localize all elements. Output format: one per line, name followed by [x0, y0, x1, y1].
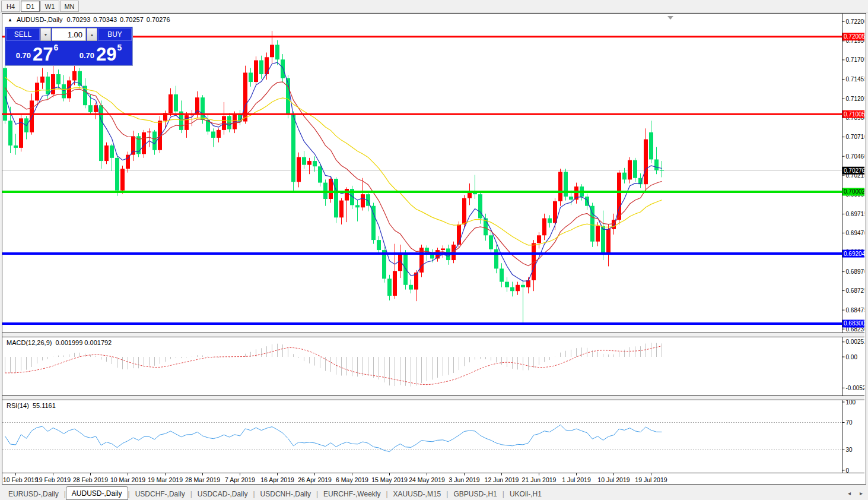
candle-body — [152, 132, 157, 150]
candle-body — [329, 179, 333, 199]
timeframe-button-mn[interactable]: MN — [60, 1, 79, 12]
svg-text:0.72005: 0.72005 — [844, 33, 864, 40]
sell-price-point: 6 — [54, 43, 59, 52]
candle-body — [249, 72, 253, 82]
sell-button[interactable]: SELL — [6, 28, 40, 41]
candle-body — [281, 59, 285, 78]
candle-body — [398, 253, 402, 271]
candle-body — [142, 132, 146, 154]
candle-body — [115, 158, 119, 191]
open-value: 0.70293 — [67, 16, 91, 23]
sell-price-display[interactable]: 0.70 27 6 — [6, 42, 68, 65]
mt4-terminal: { "toolbar": { "timeframes": [ {"label":… — [0, 0, 868, 500]
candle-body — [334, 179, 338, 217]
svg-text:21 Jun 2019: 21 Jun 2019 — [522, 476, 557, 483]
candle-body — [265, 57, 269, 74]
tab-scroll-left-button[interactable]: ◂ — [848, 490, 851, 496]
svg-text:0.68725: 0.68725 — [846, 287, 865, 294]
candle-body — [40, 77, 44, 83]
chart-tab-usdcnh[interactable]: USDCNH-,Daily — [255, 488, 316, 499]
chart-tab-xauusd[interactable]: XAUUSD-,M15 — [388, 488, 447, 499]
pane-separator[interactable] — [2, 333, 864, 337]
chart-tab-eurusd[interactable]: EURUSD-,Daily — [3, 488, 64, 499]
svg-text:0.68475: 0.68475 — [846, 307, 865, 314]
candle-body — [489, 235, 493, 249]
rsi-pane — [2, 423, 842, 452]
svg-text:19 Mar 2019: 19 Mar 2019 — [148, 476, 183, 483]
svg-text:28 Feb 2019: 28 Feb 2019 — [73, 476, 108, 483]
volume-increase-button[interactable]: ▲ — [87, 28, 97, 41]
candle-body — [505, 282, 509, 287]
timeframe-button-h4[interactable]: H4 — [1, 1, 20, 12]
candle-body — [318, 166, 322, 182]
candle-body — [500, 268, 504, 281]
candle-body — [254, 61, 258, 83]
candle-body — [644, 140, 648, 185]
svg-text:0.71705: 0.71705 — [846, 56, 865, 63]
svg-text:0.002522: 0.002522 — [846, 338, 865, 345]
candle-body — [361, 194, 365, 207]
chart-tab-ukoil[interactable]: UKOil-,H1 — [504, 488, 547, 499]
main-pane — [2, 31, 842, 324]
low-value: 0.70257 — [120, 16, 144, 23]
candle-body — [88, 105, 93, 112]
timeframe-toolbar: H4D1W1MN — [0, 0, 868, 13]
pane-separator[interactable] — [2, 396, 864, 400]
chart-shift-marker-icon[interactable] — [667, 16, 673, 20]
chart-tab-usdchf[interactable]: USDCHF-,Daily — [130, 488, 190, 499]
close-value: 0.70276 — [147, 16, 170, 23]
candle-body — [409, 285, 413, 290]
svg-text:26 Apr 2019: 26 Apr 2019 — [298, 476, 332, 483]
price-axis[interactable]: 0.722000.719500.717050.714550.712050.709… — [842, 14, 865, 474]
macd-indicator-label: MACD(12,26,9) 0.001999 0.001792 — [7, 339, 112, 346]
timeframe-button-w1[interactable]: W1 — [40, 1, 59, 12]
moving-average-line-1 — [5, 82, 662, 266]
candle-body — [542, 219, 546, 236]
candle-body — [633, 160, 637, 178]
candle-body — [510, 287, 514, 292]
tab-scroll-right-button[interactable]: ▸ — [860, 490, 863, 496]
rsi-line — [5, 425, 662, 451]
candle-body — [345, 189, 349, 201]
date-axis[interactable]: 10 Feb 201919 Feb 201928 Feb 201910 Mar … — [3, 473, 667, 483]
candle-body — [649, 132, 653, 160]
candle-body — [291, 115, 295, 182]
chart-tabs-bar: ◂ ▸ EURUSD-,Daily|AUDUSD-,Daily|USDCHF-,… — [0, 485, 868, 500]
candles-layer — [3, 31, 664, 324]
svg-text:10 Feb 2019: 10 Feb 2019 — [3, 476, 38, 483]
svg-text:10 Mar 2019: 10 Mar 2019 — [110, 476, 145, 483]
buy-price-display[interactable]: 0.70 29 5 — [69, 42, 132, 65]
svg-text:0.00: 0.00 — [846, 354, 858, 360]
macd-signal-line — [5, 346, 662, 385]
chart-tab-audusd[interactable]: AUDUSD-,Daily — [66, 486, 128, 500]
candle-body — [355, 205, 360, 207]
moving-average-line-2 — [5, 77, 662, 245]
candle-body — [606, 229, 611, 252]
spinner-up-icon: ▲ — [90, 33, 94, 37]
one-click-trade-panel: SELL ▼ 1.00 ▲ BUY 0.70 27 6 0.70 29 5 — [5, 27, 133, 66]
candle-body — [201, 97, 205, 120]
svg-text:-0.005234: -0.005234 — [846, 385, 865, 391]
one-click-panel-toggle-icon[interactable]: ▲ — [8, 17, 12, 23]
candle-body — [147, 132, 151, 132]
candle-body — [217, 130, 221, 138]
buy-button[interactable]: BUY — [98, 28, 132, 41]
svg-text:0.72200: 0.72200 — [846, 18, 865, 25]
chart-tab-gbpusd[interactable]: GBPUSD-,H1 — [448, 488, 502, 499]
moving-average-line-0 — [5, 62, 662, 281]
chart-title: ▲ AUDUSD-,Daily 0.70293 0.70343 0.70257 … — [8, 16, 170, 23]
volume-decrease-button[interactable]: ▼ — [40, 28, 51, 41]
price-chart[interactable]: 0.722000.719500.717050.714550.712050.709… — [2, 14, 864, 484]
chart-tab-usdcad[interactable]: USDCAD-,Daily — [192, 488, 253, 499]
candle-body — [558, 172, 562, 201]
candle-body — [104, 145, 109, 161]
chart-tab-eurchf[interactable]: EURCHF-,Weekly — [318, 488, 386, 499]
svg-text:0.71005: 0.71005 — [844, 111, 864, 118]
candle-body — [387, 279, 392, 296]
candle-body — [430, 255, 434, 259]
timeframe-button-d1[interactable]: D1 — [21, 1, 40, 12]
svg-text:12 Jun 2019: 12 Jun 2019 — [485, 476, 519, 483]
candle-body — [110, 145, 114, 158]
candle-body — [3, 68, 7, 121]
volume-input[interactable]: 1.00 — [52, 28, 86, 41]
